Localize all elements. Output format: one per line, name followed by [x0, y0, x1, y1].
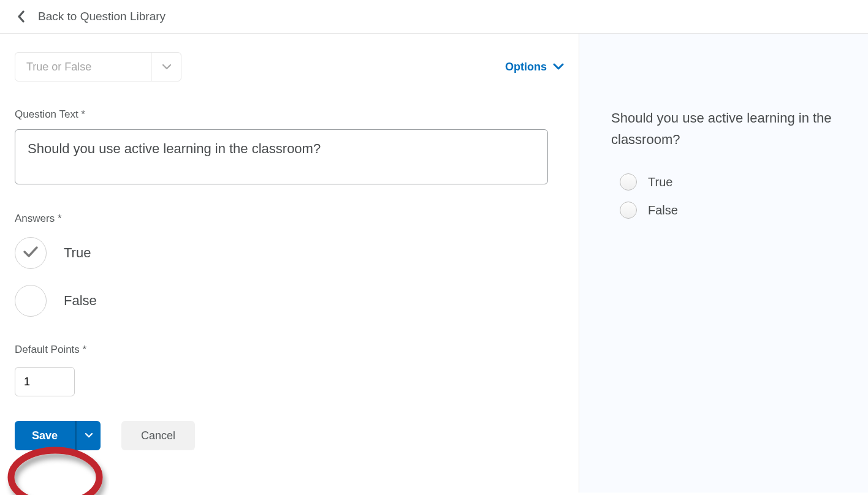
- annotation-ellipse: [5, 445, 109, 495]
- question-type-select[interactable]: True or False: [15, 52, 181, 81]
- svg-point-0: [11, 450, 99, 495]
- editor-panel: True or False Options Question Text * Sh…: [0, 34, 579, 493]
- question-text-input[interactable]: Should you use active learning in the cl…: [15, 129, 548, 184]
- question-text-label: Question Text *: [15, 108, 564, 121]
- default-points-label: Default Points *: [15, 344, 564, 356]
- preview-option-false: False: [620, 202, 851, 219]
- action-buttons: Save Cancel: [15, 421, 564, 450]
- save-button-group: Save: [15, 421, 101, 450]
- default-points-input[interactable]: [15, 367, 75, 396]
- chevron-down-icon: [151, 53, 181, 81]
- cancel-button[interactable]: Cancel: [121, 421, 195, 450]
- preview-true-radio[interactable]: [620, 173, 637, 191]
- preview-option-true: True: [620, 173, 851, 191]
- top-bar: Back to Question Library: [0, 0, 868, 34]
- preview-false-radio[interactable]: [620, 202, 637, 219]
- preview-panel: Should you use active learning in the cl…: [579, 34, 868, 493]
- main-content: True or False Options Question Text * Sh…: [0, 34, 868, 493]
- save-dropdown-button[interactable]: [75, 421, 101, 450]
- options-dropdown[interactable]: Options: [505, 61, 564, 74]
- answer-false-label: False: [64, 293, 97, 309]
- checkmark-icon: [23, 245, 39, 261]
- preview-question-text: Should you use active learning in the cl…: [611, 107, 851, 150]
- answer-true-radio[interactable]: [15, 237, 47, 269]
- editor-header-row: True or False Options: [15, 52, 564, 81]
- answers-label: Answers *: [15, 213, 564, 225]
- chevron-down-icon: [85, 431, 93, 440]
- question-type-label: True or False: [15, 61, 151, 74]
- answer-false-radio[interactable]: [15, 285, 47, 317]
- preview-false-label: False: [648, 203, 678, 217]
- answer-true-label: True: [64, 245, 91, 261]
- preview-true-label: True: [648, 175, 672, 189]
- answer-row-false: False: [15, 285, 564, 317]
- back-link-label: Back to Question Library: [38, 10, 166, 23]
- points-section: Default Points *: [15, 344, 564, 396]
- save-button[interactable]: Save: [15, 421, 75, 450]
- answers-section: Answers * True False: [15, 213, 564, 317]
- answer-row-true: True: [15, 237, 564, 269]
- options-label: Options: [505, 61, 547, 74]
- chevron-left-icon: [17, 10, 26, 23]
- back-to-library-link[interactable]: Back to Question Library: [17, 10, 166, 23]
- chevron-down-icon: [553, 61, 564, 74]
